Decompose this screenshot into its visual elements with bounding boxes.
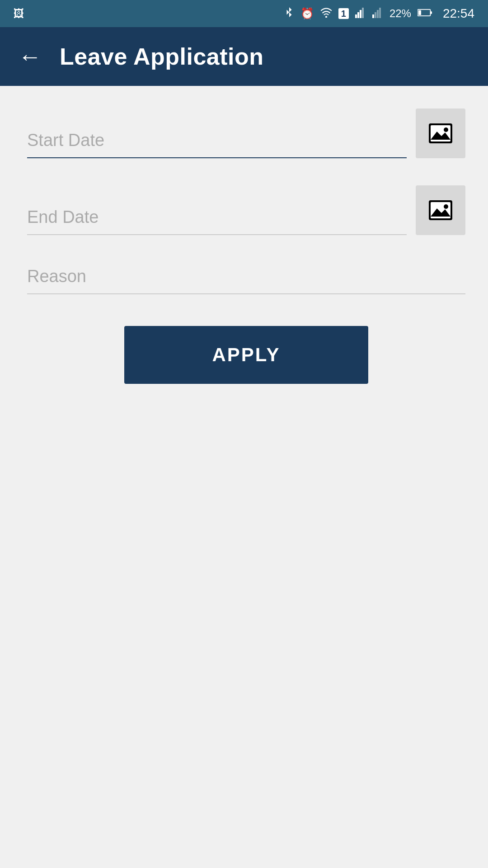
svg-rect-7 — [377, 10, 379, 18]
apply-button-container: APPLY — [27, 326, 465, 384]
end-date-field — [27, 203, 407, 235]
notification-badge-icon: 1 — [338, 8, 349, 19]
signal-icon — [355, 7, 366, 20]
svg-point-19 — [444, 204, 448, 209]
bluetooth-icon — [284, 6, 294, 21]
svg-point-15 — [444, 127, 448, 132]
calendar-icon — [427, 120, 454, 147]
status-bar-left: 🖼 — [14, 8, 284, 19]
start-date-row — [27, 108, 465, 158]
calendar-icon-2 — [427, 197, 454, 224]
svg-rect-2 — [357, 12, 359, 18]
end-date-input[interactable] — [27, 203, 407, 235]
photo-icon: 🖼 — [14, 8, 24, 19]
svg-point-0 — [325, 16, 327, 18]
end-date-calendar-button[interactable] — [416, 185, 465, 235]
start-date-calendar-button[interactable] — [416, 108, 465, 158]
svg-rect-1 — [355, 14, 357, 18]
status-time: 22:54 — [443, 6, 474, 21]
svg-rect-4 — [362, 8, 364, 18]
reason-input[interactable] — [27, 262, 465, 294]
svg-rect-6 — [375, 12, 376, 18]
end-date-row — [27, 185, 465, 235]
svg-rect-3 — [360, 10, 361, 18]
svg-rect-10 — [430, 11, 432, 14]
sim-signal-icon — [372, 7, 383, 20]
svg-rect-5 — [372, 14, 374, 18]
alarm-icon: ⏰ — [300, 8, 314, 19]
start-date-input[interactable] — [27, 126, 407, 158]
start-date-field — [27, 126, 407, 158]
svg-rect-11 — [418, 10, 421, 15]
status-bar: 🖼 ⏰ 1 — [0, 0, 488, 27]
battery-icon — [418, 8, 432, 19]
main-content: APPLY — [0, 86, 488, 406]
svg-rect-8 — [379, 8, 381, 18]
back-button[interactable]: ← — [18, 45, 42, 68]
status-bar-icons: ⏰ 1 22% — [284, 6, 474, 21]
apply-button[interactable]: APPLY — [124, 326, 368, 384]
wifi-icon — [320, 8, 332, 19]
battery-percent: 22% — [389, 7, 411, 20]
page-title: Leave Application — [60, 43, 264, 70]
reason-row — [27, 262, 465, 294]
app-bar: ← Leave Application — [0, 27, 488, 86]
